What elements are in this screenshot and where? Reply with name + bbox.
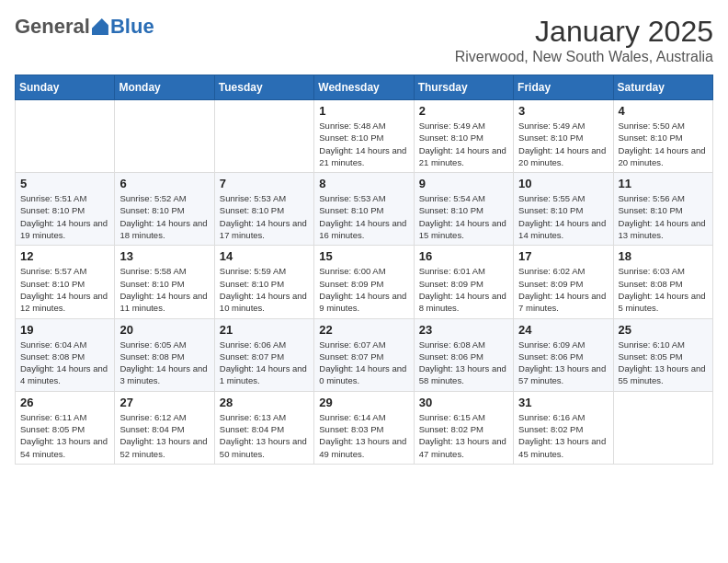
- logo: General Blue: [15, 15, 154, 39]
- location-subtitle: Riverwood, New South Wales, Australia: [455, 49, 713, 65]
- logo-general-text: General: [15, 15, 90, 39]
- day-info: Sunrise: 6:08 AM Sunset: 8:06 PM Dayligh…: [419, 339, 508, 387]
- table-row: [16, 100, 115, 173]
- day-info: Sunrise: 5:58 AM Sunset: 8:10 PM Dayligh…: [119, 265, 209, 314]
- day-info: Sunrise: 5:49 AM Sunset: 8:10 PM Dayligh…: [419, 120, 508, 168]
- day-info: Sunrise: 5:50 AM Sunset: 8:10 PM Dayligh…: [619, 120, 708, 168]
- table-row: 30Sunrise: 6:15 AM Sunset: 8:02 PM Dayli…: [414, 391, 513, 464]
- day-info: Sunrise: 6:04 AM Sunset: 8:08 PM Dayligh…: [20, 339, 109, 387]
- table-row: 13Sunrise: 5:58 AM Sunset: 8:10 PM Dayli…: [115, 246, 214, 318]
- table-row: 17Sunrise: 6:02 AM Sunset: 8:09 PM Dayli…: [514, 246, 613, 318]
- day-number: 11: [619, 177, 708, 190]
- table-row: 29Sunrise: 6:14 AM Sunset: 8:03 PM Dayli…: [314, 391, 414, 464]
- day-info: Sunrise: 6:03 AM Sunset: 8:08 PM Dayligh…: [619, 265, 708, 314]
- day-number: 19: [20, 323, 109, 337]
- day-number: 18: [619, 249, 708, 263]
- day-info: Sunrise: 6:12 AM Sunset: 8:04 PM Dayligh…: [119, 411, 209, 460]
- calendar-table: Sunday Monday Tuesday Wednesday Thursday…: [15, 75, 713, 465]
- table-row: 3Sunrise: 5:49 AM Sunset: 8:10 PM Daylig…: [514, 100, 613, 173]
- table-row: 4Sunrise: 5:50 AM Sunset: 8:10 PM Daylig…: [613, 100, 712, 173]
- day-number: 17: [518, 249, 608, 263]
- table-row: 26Sunrise: 6:11 AM Sunset: 8:05 PM Dayli…: [16, 391, 115, 464]
- title-block: January 2025 Riverwood, New South Wales,…: [455, 15, 713, 65]
- col-friday: Friday: [514, 75, 613, 100]
- day-info: Sunrise: 6:02 AM Sunset: 8:09 PM Dayligh…: [518, 265, 608, 314]
- table-row: 11Sunrise: 5:56 AM Sunset: 8:10 PM Dayli…: [613, 173, 712, 246]
- day-number: 13: [119, 249, 209, 263]
- day-number: 23: [419, 323, 508, 337]
- day-number: 28: [220, 396, 309, 409]
- table-row: 19Sunrise: 6:04 AM Sunset: 8:08 PM Dayli…: [16, 318, 115, 391]
- col-wednesday: Wednesday: [314, 75, 414, 100]
- day-number: 8: [319, 177, 408, 190]
- day-number: 21: [220, 323, 309, 337]
- day-info: Sunrise: 6:10 AM Sunset: 8:05 PM Dayligh…: [619, 339, 708, 387]
- logo-icon: [92, 18, 108, 35]
- table-row: 27Sunrise: 6:12 AM Sunset: 8:04 PM Dayli…: [115, 391, 214, 464]
- calendar-week-row: 5Sunrise: 5:51 AM Sunset: 8:10 PM Daylig…: [16, 173, 713, 246]
- day-number: 6: [119, 177, 209, 190]
- month-title: January 2025: [455, 15, 713, 49]
- day-number: 25: [619, 323, 708, 337]
- day-info: Sunrise: 5:51 AM Sunset: 8:10 PM Dayligh…: [20, 192, 109, 241]
- day-number: 27: [119, 396, 209, 409]
- day-number: 16: [419, 249, 508, 263]
- day-number: 22: [319, 323, 408, 337]
- col-saturday: Saturday: [613, 75, 712, 100]
- day-number: 12: [20, 249, 109, 263]
- day-number: 20: [119, 323, 209, 337]
- day-number: 15: [319, 249, 408, 263]
- day-number: 1: [319, 104, 408, 118]
- table-row: [115, 100, 214, 173]
- day-number: 26: [20, 396, 109, 409]
- page-header: General Blue January 2025 Riverwood, New…: [15, 15, 713, 65]
- table-row: 24Sunrise: 6:09 AM Sunset: 8:06 PM Dayli…: [514, 318, 613, 391]
- table-row: 7Sunrise: 5:53 AM Sunset: 8:10 PM Daylig…: [214, 173, 313, 246]
- table-row: [613, 391, 712, 464]
- day-info: Sunrise: 6:00 AM Sunset: 8:09 PM Dayligh…: [319, 265, 408, 314]
- table-row: 9Sunrise: 5:54 AM Sunset: 8:10 PM Daylig…: [414, 173, 513, 246]
- day-number: 5: [20, 177, 109, 190]
- table-row: 31Sunrise: 6:16 AM Sunset: 8:02 PM Dayli…: [514, 391, 613, 464]
- day-info: Sunrise: 5:52 AM Sunset: 8:10 PM Dayligh…: [119, 192, 209, 241]
- table-row: 5Sunrise: 5:51 AM Sunset: 8:10 PM Daylig…: [16, 173, 115, 246]
- calendar-week-row: 26Sunrise: 6:11 AM Sunset: 8:05 PM Dayli…: [16, 391, 713, 464]
- table-row: 21Sunrise: 6:06 AM Sunset: 8:07 PM Dayli…: [214, 318, 313, 391]
- table-row: 6Sunrise: 5:52 AM Sunset: 8:10 PM Daylig…: [115, 173, 214, 246]
- day-info: Sunrise: 5:57 AM Sunset: 8:10 PM Dayligh…: [20, 265, 109, 314]
- col-thursday: Thursday: [414, 75, 513, 100]
- day-number: 30: [419, 396, 508, 409]
- day-info: Sunrise: 5:48 AM Sunset: 8:10 PM Dayligh…: [319, 120, 408, 168]
- day-number: 9: [419, 177, 508, 190]
- day-number: 10: [518, 177, 608, 190]
- table-row: 14Sunrise: 5:59 AM Sunset: 8:10 PM Dayli…: [214, 246, 313, 318]
- table-row: [214, 100, 313, 173]
- day-number: 4: [619, 104, 708, 118]
- day-info: Sunrise: 6:16 AM Sunset: 8:02 PM Dayligh…: [518, 411, 608, 460]
- table-row: 10Sunrise: 5:55 AM Sunset: 8:10 PM Dayli…: [514, 173, 613, 246]
- day-info: Sunrise: 6:14 AM Sunset: 8:03 PM Dayligh…: [319, 411, 408, 460]
- table-row: 20Sunrise: 6:05 AM Sunset: 8:08 PM Dayli…: [115, 318, 214, 391]
- day-info: Sunrise: 5:53 AM Sunset: 8:10 PM Dayligh…: [319, 192, 408, 241]
- col-monday: Monday: [115, 75, 214, 100]
- day-info: Sunrise: 5:54 AM Sunset: 8:10 PM Dayligh…: [419, 192, 508, 241]
- day-info: Sunrise: 6:09 AM Sunset: 8:06 PM Dayligh…: [518, 339, 608, 387]
- table-row: 23Sunrise: 6:08 AM Sunset: 8:06 PM Dayli…: [414, 318, 513, 391]
- day-info: Sunrise: 6:13 AM Sunset: 8:04 PM Dayligh…: [220, 411, 309, 460]
- day-number: 29: [319, 396, 408, 409]
- calendar-week-row: 1Sunrise: 5:48 AM Sunset: 8:10 PM Daylig…: [16, 100, 713, 173]
- calendar-header-row: Sunday Monday Tuesday Wednesday Thursday…: [16, 75, 713, 100]
- table-row: 8Sunrise: 5:53 AM Sunset: 8:10 PM Daylig…: [314, 173, 414, 246]
- day-info: Sunrise: 5:59 AM Sunset: 8:10 PM Dayligh…: [220, 265, 309, 314]
- table-row: 15Sunrise: 6:00 AM Sunset: 8:09 PM Dayli…: [314, 246, 414, 318]
- day-number: 7: [220, 177, 309, 190]
- day-number: 14: [220, 249, 309, 263]
- col-sunday: Sunday: [16, 75, 115, 100]
- table-row: 2Sunrise: 5:49 AM Sunset: 8:10 PM Daylig…: [414, 100, 513, 173]
- day-info: Sunrise: 5:55 AM Sunset: 8:10 PM Dayligh…: [518, 192, 608, 241]
- day-info: Sunrise: 5:56 AM Sunset: 8:10 PM Dayligh…: [619, 192, 708, 241]
- day-number: 2: [419, 104, 508, 118]
- table-row: 25Sunrise: 6:10 AM Sunset: 8:05 PM Dayli…: [613, 318, 712, 391]
- day-info: Sunrise: 6:15 AM Sunset: 8:02 PM Dayligh…: [419, 411, 508, 460]
- day-number: 3: [518, 104, 608, 118]
